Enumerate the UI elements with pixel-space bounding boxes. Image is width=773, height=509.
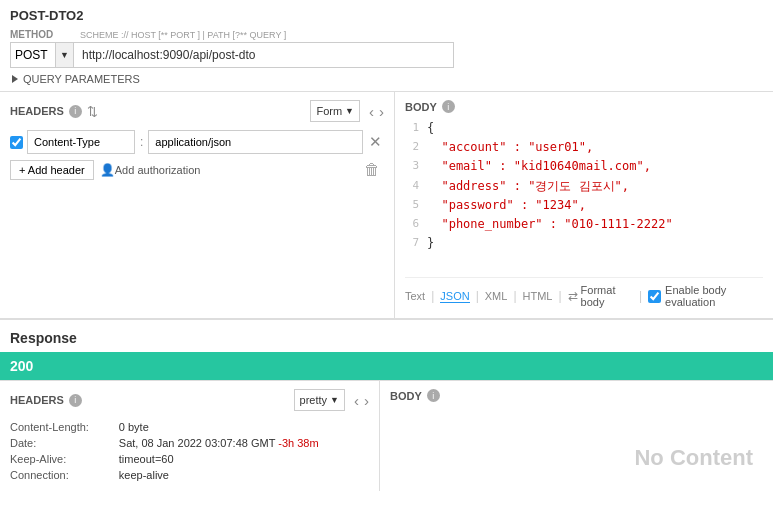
body-title: BODY: [405, 101, 437, 113]
resp-header-key: Content-Length:: [10, 419, 119, 435]
pretty-label: pretty: [300, 394, 328, 406]
response-headers-panel: HEADERS i pretty ▼ ‹ › Content-Length: 0…: [0, 381, 380, 491]
code-line-6: 6 "phone_number" : "010-1111-2222": [405, 215, 763, 234]
response-headers-info-icon: i: [69, 394, 82, 407]
add-header-btn[interactable]: + Add header: [10, 160, 94, 180]
header-value-input[interactable]: [148, 130, 363, 154]
add-auth-btn[interactable]: Add authorization: [115, 164, 201, 176]
line-num: 2: [405, 138, 427, 157]
page-title: POST-DTO2: [10, 8, 763, 23]
response-section: Response 200 HEADERS i pretty ▼ ‹ › Cont…: [0, 318, 773, 491]
resp-header-key: Keep-Alive:: [10, 451, 119, 467]
code-line-2: 2 "account" : "user01",: [405, 138, 763, 157]
line-content: "password" : "1234",: [427, 196, 586, 215]
resp-header-val: Sat, 08 Jan 2022 03:07:48 GMT -3h 38m: [119, 435, 369, 451]
line-content: }: [427, 234, 434, 253]
resp-header-val: keep-alive: [119, 467, 369, 483]
header-colon: :: [139, 135, 144, 149]
resp-body-title: BODY: [390, 390, 422, 402]
format-body-label: Format body: [581, 284, 633, 308]
person-icon: 👤: [100, 163, 115, 177]
line-content: "phone_number" : "010-1111-2222": [427, 215, 673, 234]
response-headers-table: Content-Length: 0 byte Date: Sat, 08 Jan…: [10, 419, 369, 483]
code-line-7: 7 }: [405, 234, 763, 253]
format-icon: ⇄: [568, 289, 578, 303]
divider-1: |: [431, 289, 434, 303]
resp-header-key: Date:: [10, 435, 119, 451]
line-num: 7: [405, 234, 427, 253]
sort-icon[interactable]: ⇅: [87, 104, 98, 119]
response-body-panel: BODY i No Content: [380, 381, 773, 491]
line-content: {: [427, 119, 434, 138]
scheme-label: SCHEME :// HOST [** PORT ] | PATH [?** Q…: [80, 30, 454, 40]
line-content: "address" : "경기도 김포시",: [427, 177, 629, 196]
response-title: Response: [0, 320, 773, 352]
enable-eval-label: Enable body evaluation: [665, 284, 763, 308]
query-params-toggle[interactable]: QUERY PARAMETERS: [12, 73, 763, 85]
body-info-icon: i: [442, 100, 455, 113]
line-num: 6: [405, 215, 427, 234]
code-line-3: 3 "email" : "kid10640mail.com",: [405, 157, 763, 176]
line-content: "account" : "user01",: [427, 138, 593, 157]
query-params-label: QUERY PARAMETERS: [23, 73, 140, 85]
header-key-input[interactable]: [27, 130, 135, 154]
resp-prev-arrow-icon[interactable]: ‹: [354, 392, 359, 409]
url-input[interactable]: [74, 42, 454, 68]
line-content: "email" : "kid10640mail.com",: [427, 157, 651, 176]
html-format-link[interactable]: HTML: [523, 290, 553, 302]
code-area: 1 { 2 "account" : "user01", 3 "email" : …: [405, 119, 763, 269]
resp-header-row-connection: Connection: keep-alive: [10, 467, 369, 483]
resp-header-key: Connection:: [10, 467, 119, 483]
line-num: 5: [405, 196, 427, 215]
status-bar: 200: [0, 352, 773, 380]
body-footer: Text | JSON | XML | HTML | ⇄ Format body…: [405, 277, 763, 310]
method-input[interactable]: [11, 46, 55, 64]
status-code: 200: [10, 358, 33, 374]
request-section: POST-DTO2 METHOD ▼ SCHEME :// HOST [** P…: [0, 0, 773, 318]
resp-header-val: timeout=60: [119, 451, 369, 467]
code-line-4: 4 "address" : "경기도 김포시",: [405, 177, 763, 196]
line-num: 3: [405, 157, 427, 176]
form-chevron-icon: ▼: [345, 106, 354, 116]
headers-title: HEADERS: [10, 105, 64, 117]
resp-header-row-date: Date: Sat, 08 Jan 2022 03:07:48 GMT -3h …: [10, 435, 369, 451]
divider-2: |: [476, 289, 479, 303]
format-body-btn[interactable]: ⇄ Format body: [568, 284, 633, 308]
line-num: 1: [405, 119, 427, 138]
header-checkbox[interactable]: [10, 136, 23, 149]
top-bar: POST-DTO2 METHOD ▼ SCHEME :// HOST [** P…: [0, 0, 773, 91]
enable-eval-row: Enable body evaluation: [648, 284, 763, 308]
text-format-link[interactable]: Text: [405, 290, 425, 302]
json-format-link[interactable]: JSON: [440, 290, 469, 303]
prev-arrow-icon[interactable]: ‹: [369, 103, 374, 120]
resp-header-val: 0 byte: [119, 419, 369, 435]
delete-all-headers-btn[interactable]: 🗑: [360, 161, 384, 179]
form-label: Form: [316, 105, 342, 117]
xml-format-link[interactable]: XML: [485, 290, 508, 302]
pretty-dropdown[interactable]: pretty ▼: [294, 389, 345, 411]
divider-5: |: [639, 289, 642, 303]
resp-next-arrow-icon[interactable]: ›: [364, 392, 369, 409]
header-actions-row: + Add header 👤 Add authorization 🗑: [10, 160, 384, 180]
body-panel: BODY i 1 { 2 "account" : "user01", 3 "em…: [395, 92, 773, 318]
code-line-5: 5 "password" : "1234",: [405, 196, 763, 215]
pretty-chevron-icon: ▼: [330, 395, 339, 405]
form-dropdown[interactable]: Form ▼: [310, 100, 360, 122]
chevron-down-icon: ▼: [60, 50, 69, 60]
next-arrow-icon[interactable]: ›: [379, 103, 384, 120]
code-line-1: 1 {: [405, 119, 763, 138]
method-dropdown-btn[interactable]: ▼: [55, 43, 73, 67]
enable-eval-checkbox[interactable]: [648, 290, 661, 303]
resp-header-row-keep-alive: Keep-Alive: timeout=60: [10, 451, 369, 467]
headers-info-icon: i: [69, 105, 82, 118]
clear-header-btn[interactable]: ✕: [367, 133, 384, 151]
header-row: : ✕: [10, 130, 384, 154]
line-num: 4: [405, 177, 427, 196]
query-params-row: QUERY PARAMETERS: [10, 68, 763, 87]
resp-header-row-content-length: Content-Length: 0 byte: [10, 419, 369, 435]
headers-panel: HEADERS i ⇅ Form ▼ ‹ › : ✕ + Add header: [0, 92, 395, 318]
no-content-label: No Content: [634, 445, 753, 471]
response-headers-title: HEADERS: [10, 394, 64, 406]
triangle-right-icon: [12, 75, 18, 83]
method-label: METHOD: [10, 29, 74, 40]
